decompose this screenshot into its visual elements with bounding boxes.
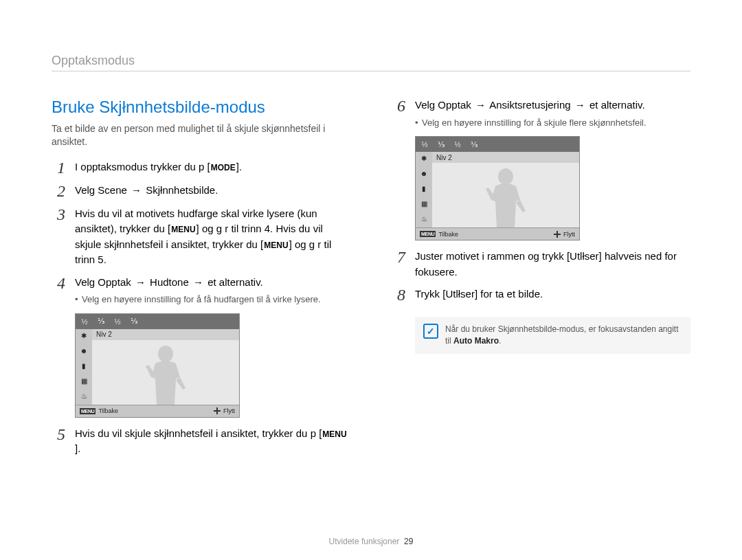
camera-lcd-preview: ½ ⅓ ½ ⅓ ✱ ☻ ▮ ▦ ♨ Niv 2 [75, 313, 240, 418]
step-number: 1 [52, 159, 65, 176]
lcd-top-icon: ⅓ [436, 139, 446, 149]
menu-button-label: MENU [170, 223, 196, 236]
menu-tag-icon: MENU [420, 231, 436, 237]
step-number: 3 [52, 206, 65, 223]
lcd-level-label: Niv 2 [92, 329, 239, 340]
arrow-icon: → [575, 99, 585, 111]
mic-off-icon: ♨ [419, 215, 429, 225]
dpad-icon [214, 407, 221, 414]
lcd-move-label: Flytt [223, 407, 235, 414]
exposure-icon: ✱ [419, 155, 429, 164]
size-icon: ▦ [419, 200, 429, 210]
step-text: Trykk [Utlłser] for ta et bilde. [415, 287, 690, 302]
step-text: Velg Opptak [415, 99, 471, 111]
step-4: 4 Velg Opptak → Hudtone → et alternativ.… [52, 275, 350, 306]
person-silhouette-icon [482, 166, 530, 227]
lcd-top-icon: ½ [113, 317, 122, 326]
lcd-back-label: Tilbake [98, 407, 118, 414]
step-text: I opptaksmodus trykker du p [ [75, 161, 210, 172]
step-7: 7 Juster motivet i rammen og trykk [Utlł… [392, 249, 690, 280]
lcd-top-bar: ½ ⅓ ½ ⅓ [416, 137, 579, 152]
step-number: 5 [52, 426, 65, 443]
lcd-top-icon: ⅓ [129, 317, 139, 326]
lcd-bottom-bar: MENU Tilbake Flytt [76, 405, 239, 417]
step-3: 3 Hvis du vil at motivets hudfarge skal … [52, 206, 350, 268]
svg-point-0 [158, 346, 173, 362]
arrow-icon: → [193, 276, 203, 288]
lcd-main-area: Niv 2 [432, 152, 579, 227]
dpad-icon [554, 231, 561, 238]
metering-icon: ▮ [419, 185, 429, 194]
section-name: Opptaksmodus [52, 54, 690, 68]
step-bullet: Velg en høyere innstilling for å skjule … [415, 116, 690, 130]
footer-label: Utvidete funksjoner [329, 537, 400, 546]
lcd-top-icon: ½ [453, 139, 462, 149]
lcd-top-icon: ½ [80, 317, 89, 326]
divider [52, 71, 690, 71]
exposure-icon: ✱ [79, 332, 89, 341]
step-text: Juster motivet i rammen og trykk [Utlłse… [415, 249, 690, 280]
subtitle: Ta et bilde av en person med mulighet ti… [52, 122, 350, 148]
lcd-back-label: Tilbake [438, 231, 458, 238]
step-number: 2 [52, 183, 65, 199]
lcd-level-label: Niv 2 [432, 152, 579, 163]
menu-button-label: MENU [263, 239, 289, 251]
step-number: 8 [392, 287, 405, 303]
right-column: 6 Velg Opptak → Ansiktsretusjering → et … [392, 98, 690, 464]
left-column: Bruke Skjłnnhetsbilde-modus Ta et bilde … [52, 98, 350, 464]
lcd-side-icons: ✱ ☻ ▮ ▦ ♨ [416, 152, 432, 227]
menu-tag-icon: MENU [80, 408, 95, 414]
step-number: 7 [392, 249, 405, 265]
lcd-bottom-bar: MENU Tilbake Flytt [416, 227, 579, 240]
metering-icon: ▮ [79, 362, 89, 372]
step-text: Velg Scene [75, 184, 127, 196]
size-icon: ▦ [79, 377, 89, 387]
note-icon: ✓ [423, 324, 438, 339]
step-2: 2 Velg Scene → Skjłnnhetsbilde. [52, 183, 350, 199]
page-number: 29 [404, 537, 413, 546]
step-6: 6 Velg Opptak → Ansiktsretusjering → et … [392, 98, 690, 129]
arrow-icon: → [131, 184, 142, 196]
face-icon: ☻ [79, 347, 89, 357]
menu-button-label: MENU [322, 428, 347, 440]
page-footer: Utvidete funksjoner 29 [0, 537, 742, 546]
lcd-main-area: Niv 2 [92, 329, 239, 405]
lcd-top-icon: ⅓ [469, 139, 479, 149]
face-icon: ☻ [419, 170, 429, 179]
step-bullet: Velg en høyere innstilling for å få hudf… [75, 293, 350, 306]
person-silhouette-icon [142, 343, 190, 405]
step-1: 1 I opptaksmodus trykker du p [MODE]. [52, 159, 350, 176]
camera-lcd-preview: ½ ⅓ ½ ⅓ ✱ ☻ ▮ ▦ ♨ Niv 2 [415, 136, 580, 240]
step-text: Hvis du vil skjule skjłnnhetsfeil i ansi… [75, 427, 322, 439]
step-number: 6 [392, 98, 405, 114]
step-5: 5 Hvis du vil skjule skjłnnhetsfeil i an… [52, 426, 350, 457]
mic-off-icon: ♨ [79, 392, 89, 402]
mode-button-label: MODE [210, 161, 236, 174]
lcd-top-icon: ½ [420, 139, 429, 149]
note-key-term: Auto Makro [453, 336, 499, 346]
note-box: ✓ Når du bruker Skjønnhetsbilde-modus, e… [415, 317, 690, 354]
svg-point-1 [498, 168, 513, 185]
step-number: 4 [52, 275, 65, 291]
lcd-side-icons: ✱ ☻ ▮ ▦ ♨ [76, 329, 92, 405]
arrow-icon: → [135, 276, 146, 288]
lcd-top-icon: ⅓ [96, 317, 106, 326]
step-8: 8 Trykk [Utlłser] for ta et bilde. [392, 287, 690, 303]
lcd-move-label: Flytt [563, 231, 575, 238]
arrow-icon: → [475, 99, 486, 111]
lcd-top-bar: ½ ⅓ ½ ⅓ [76, 314, 239, 329]
step-text: Velg Opptak [75, 276, 131, 288]
page-title: Bruke Skjłnnhetsbilde-modus [52, 98, 350, 117]
